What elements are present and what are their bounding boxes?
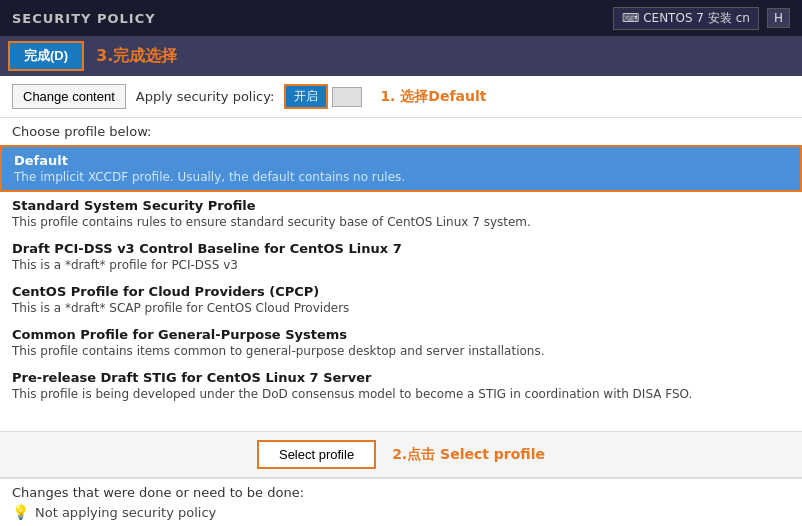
header-title: SECURITY POLICY xyxy=(12,11,156,26)
sub-header: 完成(D) 3.完成选择 xyxy=(0,36,802,76)
profile-name: CentOS Profile for Cloud Providers (CPCP… xyxy=(12,284,790,299)
choose-label: Choose profile below: xyxy=(0,118,802,145)
profile-area: Choose profile below: DefaultThe implici… xyxy=(0,118,802,431)
step1-hint: 1. 选择Default xyxy=(380,88,486,106)
profile-desc: This is a *draft* profile for PCI-DSS v3 xyxy=(12,258,790,272)
apply-label: Apply security policy: xyxy=(136,89,275,104)
header-lang[interactable]: ⌨ CENTOS 7 安装 cn xyxy=(613,7,759,30)
toolbar: Change content Apply security policy: 开启… xyxy=(0,76,802,118)
change-content-button[interactable]: Change content xyxy=(12,84,126,109)
profile-item[interactable]: Pre-release Draft STIG for CentOS Linux … xyxy=(0,364,802,407)
lang-label: cn xyxy=(736,11,750,25)
step-label: 3.完成选择 xyxy=(96,46,177,67)
profile-desc: This is a *draft* SCAP profile for CentO… xyxy=(12,301,790,315)
toggle-off-area[interactable] xyxy=(332,87,362,107)
profile-name: Pre-release Draft STIG for CentOS Linux … xyxy=(12,370,790,385)
changes-item-text: Not applying security policy xyxy=(35,505,216,520)
header-right-title: CENTOS 7 安装 xyxy=(643,10,732,27)
profile-name: Draft PCI-DSS v3 Control Baseline for Ce… xyxy=(12,241,790,256)
select-profile-area: Select profile 2.点击 Select profile xyxy=(0,431,802,478)
toggle-container: 开启 xyxy=(284,84,362,109)
header-right: ⌨ CENTOS 7 安装 cn H xyxy=(613,7,790,30)
profile-item[interactable]: CentOS Profile for Cloud Providers (CPCP… xyxy=(0,278,802,321)
changes-item: 💡 Not applying security policy xyxy=(12,504,790,520)
done-button[interactable]: 完成(D) xyxy=(8,41,84,71)
profile-list: DefaultThe implicit XCCDF profile. Usual… xyxy=(0,145,802,407)
main-content: Change content Apply security policy: 开启… xyxy=(0,76,802,526)
header-help[interactable]: H xyxy=(767,8,790,28)
profile-desc: This profile contains rules to ensure st… xyxy=(12,215,790,229)
profile-name: Default xyxy=(14,153,788,168)
keyboard-icon: ⌨ xyxy=(622,11,639,25)
header: SECURITY POLICY ⌨ CENTOS 7 安装 cn H xyxy=(0,0,802,36)
select-profile-hint: 2.点击 Select profile xyxy=(392,446,545,464)
changes-label: Changes that were done or need to be don… xyxy=(12,485,790,500)
profile-name: Standard System Security Profile xyxy=(12,198,790,213)
profile-item[interactable]: DefaultThe implicit XCCDF profile. Usual… xyxy=(0,145,802,192)
profile-desc: This profile is being developed under th… xyxy=(12,387,790,401)
profile-desc: This profile contains items common to ge… xyxy=(12,344,790,358)
profile-item[interactable]: Draft PCI-DSS v3 Control Baseline for Ce… xyxy=(0,235,802,278)
profile-desc: The implicit XCCDF profile. Usually, the… xyxy=(14,170,788,184)
toggle-on-button[interactable]: 开启 xyxy=(284,84,328,109)
select-profile-button[interactable]: Select profile xyxy=(257,440,376,469)
bulb-icon: 💡 xyxy=(12,504,29,520)
changes-area: Changes that were done or need to be don… xyxy=(0,478,802,526)
profile-item[interactable]: Common Profile for General-Purpose Syste… xyxy=(0,321,802,364)
profile-item[interactable]: Standard System Security ProfileThis pro… xyxy=(0,192,802,235)
profile-name: Common Profile for General-Purpose Syste… xyxy=(12,327,790,342)
